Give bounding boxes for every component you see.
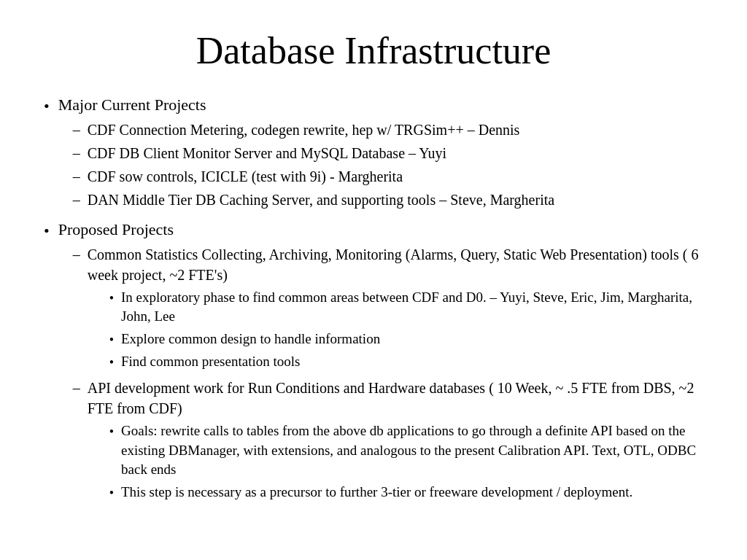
- small-bullet: •: [109, 354, 114, 372]
- level2-text-0-3: DAN Middle Tier DB Caching Server, and s…: [88, 192, 554, 208]
- dash-symbol: –: [73, 120, 80, 140]
- bullet-dot: •: [44, 96, 50, 118]
- list-item-level1-1: •Proposed Projects–Common Statistics Col…: [44, 219, 703, 508]
- level2-text-1-0: Common Statistics Collecting, Archiving,…: [88, 246, 699, 283]
- list-item-level3-1-0-0: •In exploratory phase to find common are…: [109, 288, 703, 327]
- list-item-level3-1-0-2: •Find common presentation tools: [109, 352, 703, 372]
- level3-text-1-0-2: Find common presentation tools: [121, 352, 300, 372]
- slide-content: •Major Current Projects–CDF Connection M…: [44, 94, 703, 508]
- level3-text-1-1-0: Goals: rewrite calls to tables from the …: [121, 421, 703, 480]
- dash-symbol: –: [73, 378, 80, 398]
- list-item-level2-1-1: –API development work for Run Conditions…: [73, 378, 703, 505]
- small-bullet: •: [109, 423, 114, 441]
- bullet-dot: •: [44, 220, 50, 243]
- list-item-level2-0-0: –CDF Connection Metering, codegen rewrit…: [73, 120, 554, 140]
- list-item-level3-1-0-1: •Explore common design to handle informa…: [109, 330, 703, 349]
- level2-text-0-1: CDF DB Client Monitor Server and MySQL D…: [88, 145, 446, 161]
- level2-text-0-2: CDF sow controls, ICICLE (test with 9i) …: [88, 168, 403, 184]
- slide-title: Database Infrastructure: [44, 29, 703, 72]
- level1-label-1: Proposed Projects: [58, 220, 174, 238]
- level2-text-1-1: API development work for Run Conditions …: [88, 380, 694, 416]
- list-item-level3-1-1-1: •This step is necessary as a precursor t…: [109, 483, 703, 502]
- level3-list-1-1: •Goals: rewrite calls to tables from the…: [88, 421, 703, 502]
- dash-symbol: –: [73, 143, 80, 163]
- level3-text-1-0-0: In exploratory phase to find common area…: [121, 288, 703, 327]
- small-bullet: •: [109, 331, 114, 349]
- level2-list-0: –CDF Connection Metering, codegen rewrit…: [58, 120, 554, 210]
- dash-symbol: –: [73, 166, 80, 187]
- list-item-level2-1-0: –Common Statistics Collecting, Archiving…: [73, 244, 703, 376]
- small-bullet: •: [109, 289, 114, 308]
- list-item-level2-0-3: –DAN Middle Tier DB Caching Server, and …: [73, 190, 554, 210]
- list-item-level2-0-1: –CDF DB Client Monitor Server and MySQL …: [73, 143, 554, 163]
- dash-symbol: –: [73, 190, 80, 210]
- main-list: •Major Current Projects–CDF Connection M…: [44, 94, 703, 508]
- level2-list-1: –Common Statistics Collecting, Archiving…: [58, 244, 703, 506]
- level2-text-0-0: CDF Connection Metering, codegen rewrite…: [88, 122, 520, 138]
- list-item-level2-0-2: –CDF sow controls, ICICLE (test with 9i)…: [73, 166, 554, 187]
- level1-label-0: Major Current Projects: [58, 96, 206, 114]
- small-bullet: •: [109, 484, 114, 502]
- level3-list-1-0: •In exploratory phase to find common are…: [88, 288, 703, 373]
- dash-symbol: –: [73, 244, 80, 265]
- level3-text-1-0-1: Explore common design to handle informat…: [121, 330, 380, 349]
- level3-text-1-1-1: This step is necessary as a precursor to…: [121, 483, 632, 502]
- list-item-level1-0: •Major Current Projects–CDF Connection M…: [44, 94, 703, 213]
- list-item-level3-1-1-0: •Goals: rewrite calls to tables from the…: [109, 421, 703, 480]
